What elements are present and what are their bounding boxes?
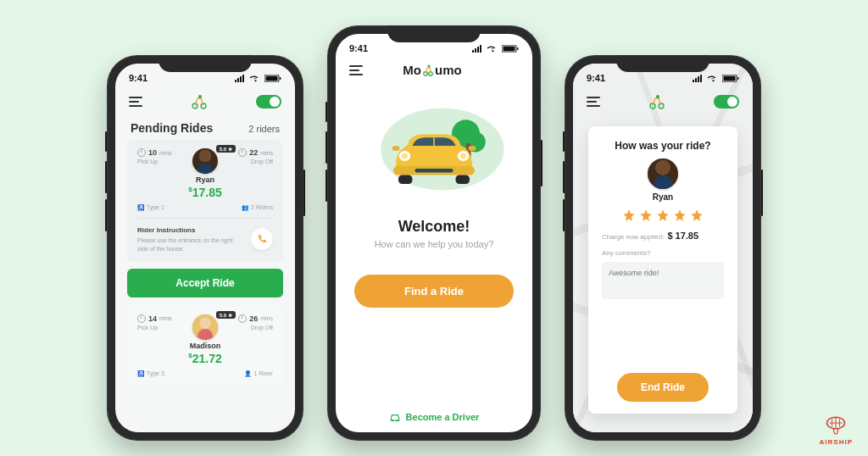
airship-watermark: AIRSHIP [820, 413, 853, 446]
ride-price: $21.72 [188, 352, 222, 365]
accept-ride-button[interactable]: Accept Ride [127, 269, 283, 298]
clock-icon [137, 148, 146, 157]
rider-avatar [192, 314, 218, 340]
svg-point-26 [391, 420, 392, 421]
wifi-icon [708, 75, 719, 82]
car-icon [389, 412, 401, 422]
find-ride-button[interactable]: Find a Ride [354, 275, 514, 308]
svg-point-24 [392, 146, 400, 151]
comment-input[interactable]: Awesome ride! [602, 262, 724, 299]
hero-illustration [351, 84, 517, 203]
svg-rect-17 [415, 169, 453, 173]
ride-price: $17.85 [188, 186, 222, 199]
status-time: 9:41 [349, 43, 368, 53]
svg-rect-1 [266, 75, 278, 81]
phone-welcome: 9:41 Mo umo [327, 25, 541, 441]
status-time: 9:41 [587, 73, 605, 83]
brand-logo: Mo umo [403, 63, 461, 77]
phone-rate-ride: 9:41 How was your ride? Ryan [565, 55, 761, 441]
star-icon[interactable] [622, 209, 636, 222]
star-rating[interactable] [622, 209, 704, 222]
menu-button[interactable] [129, 97, 142, 107]
star-icon[interactable] [639, 209, 653, 222]
page-title: Pending Rides [131, 121, 213, 135]
rate-card: How was your ride? Ryan Charge now appli… [588, 126, 737, 414]
svg-point-33 [656, 95, 659, 98]
brand-logo-icon [422, 64, 434, 77]
charge-line: Charge now applied:$ 17.85 [602, 231, 698, 241]
welcome-subtitle: How can we help you today? [351, 239, 517, 249]
svg-rect-8 [517, 47, 519, 50]
signal-icon [693, 75, 704, 82]
ride-type: ♿ Type 1 [137, 204, 164, 211]
clock-icon [137, 314, 146, 323]
star-icon[interactable] [690, 209, 704, 222]
brand-logo-icon [646, 92, 668, 111]
svg-rect-2 [280, 77, 281, 80]
rate-title: How was your ride? [615, 140, 710, 152]
rider-avatar [192, 148, 218, 174]
clock-icon [238, 148, 247, 157]
ride-type: ♿ Type 3 [137, 370, 164, 377]
svg-point-27 [396, 420, 398, 421]
svg-point-21 [460, 153, 467, 159]
star-icon[interactable] [656, 209, 670, 222]
svg-rect-22 [398, 175, 413, 185]
svg-rect-7 [504, 46, 515, 51]
rider-name: Ryan [196, 175, 214, 184]
signal-icon [235, 75, 247, 82]
phone-driver-pending: 9:41 Pending Rides 2 riders [107, 55, 303, 441]
welcome-title: Welcome! [351, 218, 517, 236]
svg-rect-23 [456, 175, 470, 185]
svg-rect-29 [724, 75, 736, 81]
svg-rect-15 [433, 137, 435, 146]
rider-qty: 👥 2 Riders [242, 204, 273, 211]
rider-name: Ryan [653, 192, 673, 202]
rating-badge: 5.0 ★ [216, 145, 236, 153]
call-rider-button[interactable] [251, 228, 273, 250]
online-toggle[interactable] [256, 95, 281, 108]
rider-name: Madison [190, 342, 221, 350]
svg-point-19 [402, 153, 409, 159]
online-toggle[interactable] [714, 95, 739, 108]
battery-icon [502, 45, 519, 53]
svg-point-5 [198, 95, 202, 98]
rider-instructions: Rider Instructions Please use the entran… [137, 225, 244, 253]
rider-count: 2 riders [248, 124, 280, 134]
svg-point-25 [469, 146, 476, 151]
ride-card[interactable]: 5.0 ★ 10mins Pick Up Ryan $17.85 22mins … [127, 140, 283, 262]
rider-qty: 👤 1 Rider [244, 370, 273, 377]
end-ride-button[interactable]: End Ride [617, 373, 709, 402]
menu-button[interactable] [349, 65, 363, 75]
rider-avatar [648, 158, 678, 189]
brand-logo-icon [188, 92, 210, 111]
comment-label: Any comments? [602, 249, 650, 257]
wifi-icon [250, 75, 261, 82]
svg-rect-30 [737, 77, 739, 80]
star-icon[interactable] [673, 209, 687, 222]
menu-button[interactable] [587, 97, 600, 107]
svg-point-11 [427, 64, 430, 67]
battery-icon [722, 75, 739, 82]
battery-icon [264, 75, 281, 82]
ride-card[interactable]: 5.0 ★ 14mins Pick Up Madison $21.72 26mi… [127, 306, 283, 386]
clock-icon [238, 314, 247, 323]
become-driver-link[interactable]: Become a Driver [336, 412, 532, 422]
wifi-icon [487, 45, 498, 53]
status-time: 9:41 [129, 73, 147, 83]
signal-icon [472, 45, 484, 53]
rating-badge: 5.0 ★ [216, 311, 236, 319]
